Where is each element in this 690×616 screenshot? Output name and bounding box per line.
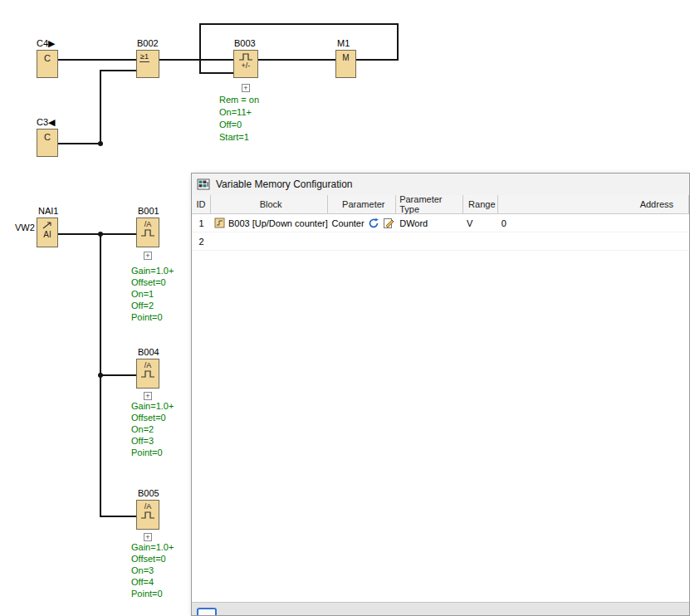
table-header-row: ID Block Parameter Parameter Type Range … bbox=[192, 195, 689, 214]
b004-parameter-text: Gain=1.0+ Offset=0 On=2 Off=3 Point=0 bbox=[131, 400, 174, 458]
block-label-nai1: NAI1 bbox=[38, 206, 58, 216]
dialog-titlebar[interactable]: Variable Memory Configuration bbox=[192, 174, 689, 195]
cell-parameter[interactable]: Counter bbox=[328, 214, 396, 232]
wire-segment bbox=[258, 59, 335, 61]
block-c4[interactable]: C bbox=[37, 50, 58, 78]
expand-parameters-icon[interactable]: + bbox=[144, 533, 152, 541]
wire-segment bbox=[100, 70, 101, 144]
cell-address[interactable]: 0 bbox=[498, 214, 689, 232]
block-b004-analog-threshold[interactable]: /A bbox=[136, 359, 159, 389]
refresh-icon[interactable] bbox=[368, 218, 379, 229]
wire-segment bbox=[58, 233, 136, 235]
param-line: Off=2 bbox=[131, 300, 174, 311]
param-line: On=2 bbox=[131, 423, 174, 435]
block-label-b002: B002 bbox=[137, 38, 159, 48]
wire-segment bbox=[199, 23, 399, 25]
block-c3[interactable]: C bbox=[37, 129, 58, 157]
analog-slash-symbol: /A bbox=[144, 502, 152, 511]
column-header-parameter-type: Parameter Type bbox=[396, 195, 463, 213]
cell-block-text: B003 [Up/Down counter] bbox=[228, 218, 328, 228]
wire-segment bbox=[58, 143, 100, 144]
cell-id[interactable]: 2 bbox=[192, 232, 211, 250]
column-header-block: Block bbox=[211, 195, 329, 213]
wire-segment bbox=[58, 59, 136, 61]
block-label-b005: B005 bbox=[138, 488, 159, 498]
analog-slash-symbol: /A bbox=[144, 361, 152, 369]
param-line: Start=1 bbox=[219, 131, 259, 144]
param-line: Point=0 bbox=[131, 588, 174, 599]
cursor-key-symbol: C bbox=[44, 132, 51, 142]
param-line: Gain=1.0+ bbox=[131, 265, 174, 276]
expand-parameters-icon[interactable]: + bbox=[144, 252, 152, 260]
dialog-title: Variable Memory Configuration bbox=[216, 178, 353, 190]
wire-segment bbox=[199, 23, 201, 73]
cell-parameter-type[interactable]: DWord bbox=[396, 214, 463, 232]
param-line: On=11+ bbox=[219, 106, 259, 119]
cell-range[interactable] bbox=[463, 232, 498, 250]
block-label-c3: C3◀ bbox=[37, 117, 56, 128]
wire-segment bbox=[159, 59, 233, 61]
param-line: Offset=0 bbox=[131, 553, 174, 565]
expand-parameters-icon[interactable]: + bbox=[144, 392, 152, 400]
param-line: Off=0 bbox=[219, 119, 259, 131]
cursor-key-symbol: C bbox=[44, 53, 51, 63]
b001-parameter-text: Gain=1.0+ Offset=0 On=1 Off=2 Point=0 bbox=[131, 265, 174, 323]
or-gate-symbol: ≥1 bbox=[139, 52, 149, 62]
wire-segment bbox=[397, 23, 399, 61]
cell-parameter-text: Counter bbox=[331, 218, 364, 228]
pulse-symbol-icon bbox=[140, 511, 155, 519]
expand-parameters-icon[interactable]: + bbox=[242, 84, 250, 92]
column-header-address: Address bbox=[498, 195, 689, 213]
cell-parameter-type[interactable] bbox=[396, 232, 463, 250]
wire-segment bbox=[100, 70, 136, 71]
column-header-id: ID bbox=[192, 195, 211, 213]
cell-id[interactable]: 1 bbox=[192, 214, 211, 232]
param-line: Offset=0 bbox=[131, 412, 174, 423]
analog-arrow-icon bbox=[42, 220, 53, 229]
table-row[interactable]: 2 bbox=[192, 232, 689, 251]
param-line: Point=0 bbox=[131, 311, 174, 323]
marker-symbol: M bbox=[342, 53, 349, 62]
junction-dot bbox=[98, 232, 103, 237]
wire-segment bbox=[100, 516, 136, 517]
cell-block[interactable]: B003 [Up/Down counter] bbox=[211, 214, 329, 232]
param-line: Point=0 bbox=[131, 447, 174, 458]
block-label-b003: B003 bbox=[234, 38, 256, 48]
block-label-m1: M1 bbox=[337, 38, 350, 48]
wire-segment bbox=[100, 374, 136, 376]
cell-parameter[interactable] bbox=[328, 232, 396, 250]
edit-icon[interactable] bbox=[383, 217, 395, 229]
column-header-parameter: Parameter bbox=[328, 195, 396, 213]
analog-input-symbol: AI bbox=[43, 230, 51, 239]
mini-block-icon bbox=[214, 218, 225, 228]
pulse-symbol-icon bbox=[140, 369, 155, 378]
analog-slash-symbol: /A bbox=[144, 220, 152, 228]
cell-block[interactable] bbox=[211, 232, 329, 250]
b003-parameter-text: Rem = on On=11+ Off=0 Start=1 bbox=[219, 94, 259, 144]
block-b002-or[interactable]: ≥1 bbox=[136, 50, 159, 78]
cell-address[interactable] bbox=[498, 232, 689, 250]
junction-dot bbox=[98, 141, 103, 146]
param-line: On=1 bbox=[131, 288, 174, 300]
junction-dot bbox=[98, 373, 103, 378]
param-line: Rem = on bbox=[219, 94, 259, 106]
param-line: On=3 bbox=[131, 565, 174, 576]
block-m1-marker[interactable]: M bbox=[335, 50, 356, 78]
variable-memory-icon bbox=[197, 178, 210, 191]
param-line: Gain=1.0+ bbox=[131, 541, 174, 553]
pulse-symbol-icon bbox=[140, 228, 155, 237]
block-label-b004: B004 bbox=[138, 347, 159, 357]
param-line: Offset=0 bbox=[131, 276, 174, 288]
cell-range[interactable]: V bbox=[463, 214, 498, 232]
variable-memory-configuration-dialog: Variable Memory Configuration ID Block P… bbox=[191, 173, 690, 616]
pulse-symbol-icon bbox=[238, 52, 253, 61]
block-b005-analog-threshold[interactable]: /A bbox=[136, 500, 159, 530]
block-label-b001: B001 bbox=[138, 206, 159, 216]
ok-button[interactable] bbox=[197, 608, 217, 616]
dialog-footer bbox=[192, 602, 689, 615]
block-b003-updown-counter[interactable]: +/- bbox=[233, 50, 258, 78]
block-b001-analog-threshold[interactable]: /A bbox=[136, 218, 159, 247]
param-line: Off=3 bbox=[131, 435, 174, 447]
block-nai1-analog-input[interactable]: AI bbox=[37, 218, 58, 247]
table-row[interactable]: 1 B003 [Up/Down counter] Counter bbox=[192, 214, 689, 232]
